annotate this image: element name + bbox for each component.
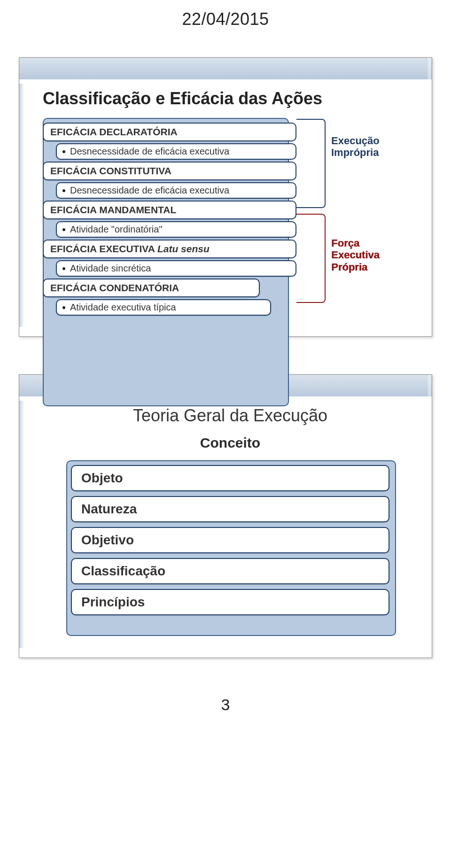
slide-header-band bbox=[19, 58, 432, 79]
bullet-icon bbox=[62, 228, 65, 231]
slide-classificacao: Classificação e Eficácia das Ações EFICÁ… bbox=[19, 57, 432, 337]
box-principios: Princípios bbox=[71, 589, 389, 615]
slide1-title: Classificação e Eficácia das Ações bbox=[43, 89, 418, 108]
box-sub-label: Atividade sincrética bbox=[70, 263, 151, 274]
slide2-list: Objeto Natureza Objetivo Classificação P… bbox=[71, 465, 389, 615]
slide2-title: Teoria Geral da Execução bbox=[43, 406, 418, 426]
box-objeto: Objeto bbox=[71, 465, 389, 491]
label-line2: Imprópria bbox=[331, 147, 379, 158]
slide1-left-column: EFICÁCIA DECLARATÓRIA Desnecessidade de … bbox=[43, 121, 296, 318]
page-number: 3 bbox=[0, 696, 451, 714]
bullet-icon bbox=[62, 267, 65, 270]
box-constitutiva-sub: Desnecessidade de eficácia executiva bbox=[56, 182, 296, 199]
bullet-icon bbox=[62, 189, 65, 192]
box-natureza: Natureza bbox=[71, 496, 389, 522]
bracket-forca-executiva bbox=[296, 214, 326, 303]
box-mandamental-sub: Atividade "ordinatória" bbox=[56, 221, 296, 238]
slide-teoria-geral: Teoria Geral da Execução Conceito Objeto… bbox=[19, 374, 432, 658]
box-mandamental: EFICÁCIA MANDAMENTAL bbox=[43, 201, 296, 219]
page-date: 22/04/2015 bbox=[0, 9, 451, 29]
label-line3: Própria bbox=[331, 261, 367, 273]
slide2-subtitle: Conceito bbox=[43, 435, 418, 451]
label-line1: Execução bbox=[331, 135, 380, 147]
box-sub-label: Atividade "ordinatória" bbox=[70, 224, 163, 235]
box-condenatoria: EFICÁCIA CONDENATÓRIA bbox=[43, 279, 260, 297]
box-executiva-latu-em: Latu sensu bbox=[157, 243, 210, 254]
bullet-icon bbox=[62, 306, 65, 309]
box-executiva-prefix: EFICÁCIA EXECUTIVA bbox=[50, 243, 157, 254]
label-line1: Força bbox=[331, 237, 359, 249]
box-constitutiva: EFICÁCIA CONSTITUTIVA bbox=[43, 162, 296, 180]
box-sub-label: Atividade executiva típica bbox=[70, 302, 176, 313]
bullet-icon bbox=[62, 150, 65, 153]
box-executiva-latu: EFICÁCIA EXECUTIVA Latu sensu bbox=[43, 240, 296, 258]
label-line2: Executiva bbox=[331, 249, 380, 261]
bracket-execucao-impropria bbox=[296, 119, 326, 208]
box-objetivo: Objetivo bbox=[71, 527, 389, 553]
box-declaratoria: EFICÁCIA DECLARATÓRIA bbox=[43, 123, 296, 141]
box-classificacao: Classificação bbox=[71, 558, 389, 584]
label-forca-executiva: Força Executiva Própria bbox=[331, 237, 380, 273]
box-executiva-sub: Atividade sincrética bbox=[56, 260, 296, 277]
box-condenatoria-sub: Atividade executiva típica bbox=[56, 299, 271, 316]
box-sub-label: Desnecessidade de eficácia executiva bbox=[70, 185, 229, 196]
label-execucao-impropria: Execução Imprópria bbox=[331, 135, 380, 159]
box-sub-label: Desnecessidade de eficácia executiva bbox=[70, 146, 229, 157]
box-declaratoria-sub: Desnecessidade de eficácia executiva bbox=[56, 143, 296, 160]
